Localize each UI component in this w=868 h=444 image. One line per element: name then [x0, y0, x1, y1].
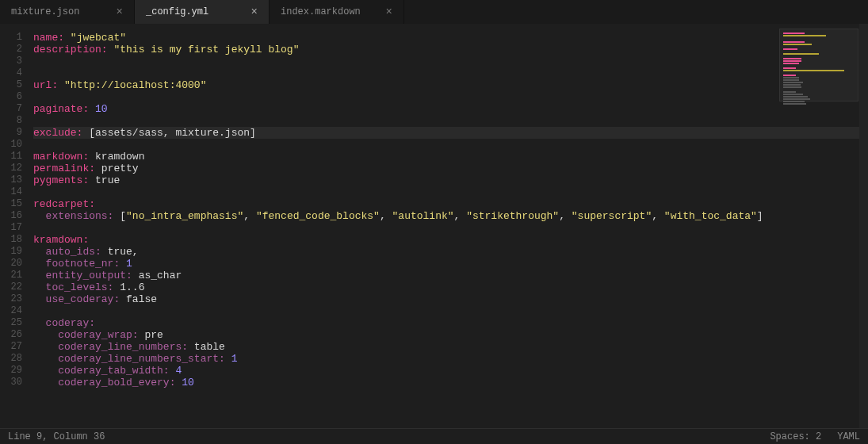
close-icon[interactable]: × [117, 6, 123, 18]
code-line[interactable]: permalink: pretty [33, 163, 868, 174]
line-number: 16 [0, 210, 22, 222]
line-number: 25 [0, 317, 22, 329]
line-number: 24 [0, 305, 22, 317]
status-indent[interactable]: Spaces: 2 [770, 431, 821, 442]
line-number: 11 [0, 151, 22, 163]
code-line[interactable]: description: "this is my first jekyll bl… [33, 44, 868, 56]
code-line[interactable] [33, 186, 868, 198]
code-line[interactable]: paginate: 10 [33, 103, 868, 115]
line-number: 26 [0, 329, 22, 341]
close-icon[interactable]: × [386, 6, 392, 18]
line-number: 2 [0, 44, 22, 56]
line-number: 8 [0, 115, 22, 127]
line-number: 21 [0, 270, 22, 281]
line-number: 17 [0, 222, 22, 234]
code-line[interactable]: redcarpet: [33, 198, 868, 210]
code-line[interactable]: coderay: [33, 317, 868, 329]
code-line[interactable]: coderay_tab_width: 4 [33, 365, 868, 377]
code-line[interactable]: auto_ids: true, [33, 246, 868, 258]
code-line[interactable]: entity_output: as_char [33, 270, 868, 281]
editor-area: 1234567891011121314151617181920212223242… [0, 24, 868, 428]
code-line[interactable]: kramdown: [33, 234, 868, 246]
code-line[interactable]: coderay_line_numbers: table [33, 341, 868, 353]
code-line[interactable] [33, 305, 868, 317]
line-number: 5 [0, 79, 22, 91]
tab-bar: mixture.json×_config.yml×index.markdown× [0, 0, 868, 24]
tab-label: mixture.json [11, 6, 79, 17]
line-number: 6 [0, 91, 22, 103]
line-number-gutter: 1234567891011121314151617181920212223242… [0, 24, 33, 428]
code-line[interactable]: exclude: [assets/sass, mixture.json] [33, 127, 868, 139]
code-line[interactable]: footnote_nr: 1 [33, 258, 868, 270]
code-line[interactable]: use_coderay: false [33, 293, 868, 305]
line-number: 7 [0, 103, 22, 115]
line-number: 14 [0, 186, 22, 198]
code-line[interactable]: pygments: true [33, 174, 868, 186]
code-line[interactable] [33, 115, 868, 127]
line-number: 23 [0, 293, 22, 305]
tab-index-markdown[interactable]: index.markdown× [270, 0, 404, 24]
tab--config-yml[interactable]: _config.yml× [135, 0, 270, 24]
code-line[interactable] [33, 222, 868, 234]
code-line[interactable]: name: "jwebcat" [33, 32, 868, 44]
line-number: 12 [0, 163, 22, 174]
line-number: 15 [0, 198, 22, 210]
code-line[interactable]: markdown: kramdown [33, 151, 868, 163]
line-number: 4 [0, 67, 22, 79]
line-number: 19 [0, 246, 22, 258]
close-icon[interactable]: × [251, 6, 258, 18]
line-number: 30 [0, 377, 22, 388]
line-number: 28 [0, 353, 22, 365]
tab-label: index.markdown [281, 6, 361, 17]
code-line[interactable]: url: "http://localhost:4000" [33, 79, 868, 91]
status-cursor-pos[interactable]: Line 9, Column 36 [8, 431, 105, 442]
line-number: 13 [0, 174, 22, 186]
code-line[interactable] [33, 56, 868, 67]
line-number: 27 [0, 341, 22, 353]
code-line[interactable]: toc_levels: 1..6 [33, 281, 868, 293]
line-number: 9 [0, 127, 22, 139]
line-number: 18 [0, 234, 22, 246]
line-number: 20 [0, 258, 22, 270]
code-line[interactable]: coderay_bold_every: 10 [33, 377, 868, 388]
code-line[interactable] [33, 91, 868, 103]
status-syntax[interactable]: YAML [837, 431, 860, 442]
code-line[interactable]: extensions: ["no_intra_emphasis", "fence… [33, 210, 868, 222]
code-line[interactable]: coderay_wrap: pre [33, 329, 868, 341]
code-line[interactable] [33, 139, 868, 151]
line-number: 3 [0, 56, 22, 67]
status-bar: Line 9, Column 36 Spaces: 2 YAML [0, 428, 868, 444]
line-number: 22 [0, 281, 22, 293]
code-content[interactable]: name: "jwebcat"description: "this is my … [33, 24, 868, 428]
line-number: 29 [0, 365, 22, 377]
line-number: 10 [0, 139, 22, 151]
tab-mixture-json[interactable]: mixture.json× [0, 0, 135, 24]
minimap[interactable] [779, 29, 858, 101]
line-number: 1 [0, 32, 22, 44]
vertical-scrollbar[interactable] [859, 24, 868, 428]
code-line[interactable]: coderay_line_numbers_start: 1 [33, 353, 868, 365]
tab-label: _config.yml [146, 6, 208, 17]
code-line[interactable] [33, 67, 868, 79]
